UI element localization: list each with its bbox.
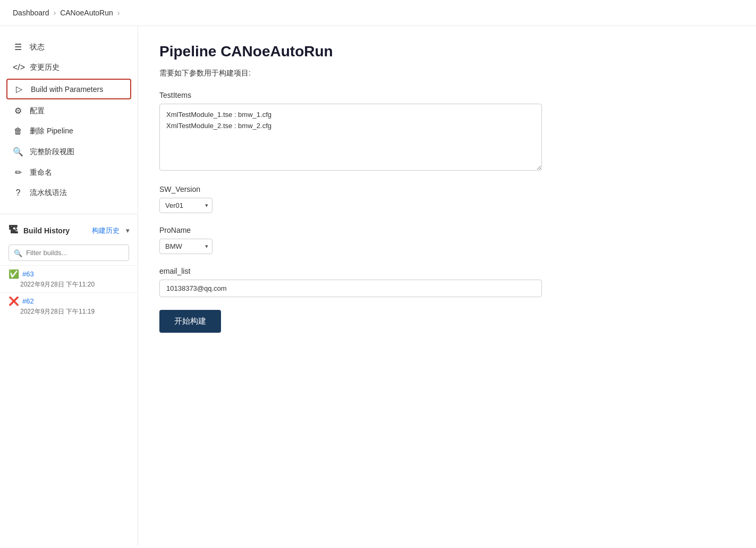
filter-input-wrap: 🔍	[0, 240, 138, 265]
list-icon: ☰	[13, 42, 23, 52]
sw-version-select-wrap: Ver01 Ver02 Ver03	[159, 198, 213, 213]
build-63-link[interactable]: ✅ #63	[9, 269, 129, 279]
build-63-date: 2022年9月28日 下午11:20	[9, 280, 129, 289]
sidebar-item-config[interactable]: ⚙ 配置	[0, 100, 138, 121]
form-group-sw-version: SW_Version Ver01 Ver02 Ver03	[159, 185, 735, 213]
pro-name-select-wrap: BMW Audi Mercedes	[159, 239, 213, 254]
sidebar-item-delete-pipeline-label: 删除 Pipeline	[30, 127, 73, 136]
build-history-icon: 🏗	[9, 225, 18, 236]
sidebar-item-change-history[interactable]: </> 变更历史	[0, 57, 138, 78]
build-history-title: Build History	[23, 226, 87, 235]
sidebar-item-change-history-label: 变更历史	[30, 63, 60, 72]
form-group-test-items: TestItems XmlTestModule_1.tse : bmw_1.cf…	[159, 91, 735, 172]
form-group-pro-name: ProName BMW Audi Mercedes	[159, 226, 735, 254]
build-history-header: 🏗 Build History 构建历史 ▾	[0, 221, 138, 240]
gear-icon: ⚙	[13, 106, 23, 116]
sw-version-select[interactable]: Ver01 Ver02 Ver03	[159, 198, 213, 213]
breadcrumb-canoeautorun[interactable]: CANoeAutoRun	[60, 9, 113, 17]
sidebar-item-full-stage-view[interactable]: 🔍 完整阶段视图	[0, 141, 138, 162]
breadcrumb-sep-1: ›	[54, 9, 56, 17]
submit-build-button[interactable]: 开始构建	[159, 310, 221, 333]
sidebar-item-full-stage-view-label: 完整阶段视图	[30, 147, 74, 157]
trash-icon: 🗑	[13, 127, 23, 136]
sidebar-item-config-label: 配置	[30, 106, 45, 116]
build-history-link[interactable]: 构建历史	[92, 226, 120, 235]
play-icon: ▷	[14, 84, 24, 94]
sidebar-item-status[interactable]: ☰ 状态	[0, 37, 138, 57]
main-content: Pipeline CANoeAutoRun 需要如下参数用于构建项目: Test…	[138, 26, 756, 546]
pro-name-label: ProName	[159, 226, 735, 234]
sidebar-item-build-with-parameters[interactable]: ▷ Build with Parameters	[6, 79, 131, 99]
breadcrumb: Dashboard › CANoeAutoRun ›	[0, 0, 756, 26]
sidebar-item-status-label: 状态	[30, 43, 45, 52]
breadcrumb-dashboard[interactable]: Dashboard	[13, 9, 49, 17]
main-layout: ☰ 状态 </> 变更历史 ▷ Build with Parameters ⚙ …	[0, 26, 756, 546]
form-subtitle: 需要如下参数用于构建项目:	[159, 69, 735, 78]
email-list-label: email_list	[159, 267, 735, 275]
email-list-input[interactable]	[159, 280, 542, 297]
build-success-icon: ✅	[9, 269, 19, 279]
pro-name-select[interactable]: BMW Audi Mercedes	[159, 239, 213, 254]
filter-builds-input[interactable]	[9, 245, 129, 261]
build-item-63: ✅ #63 2022年9月28日 下午11:20	[0, 265, 138, 292]
search-icon: 🔍	[13, 147, 23, 157]
build-62-link[interactable]: ❌ #62	[9, 296, 129, 306]
build-item-62: ❌ #62 2022年9月28日 下午11:19	[0, 292, 138, 319]
test-items-label: TestItems	[159, 91, 735, 99]
sidebar-item-delete-pipeline[interactable]: 🗑 删除 Pipeline	[0, 121, 138, 141]
build-failure-icon: ❌	[9, 296, 19, 306]
sidebar-item-rename-label: 重命名	[30, 168, 52, 178]
test-items-textarea[interactable]: XmlTestModule_1.tse : bmw_1.cfg XmlTestM…	[159, 104, 542, 171]
question-icon: ?	[13, 188, 23, 198]
build-62-date: 2022年9月28日 下午11:19	[9, 307, 129, 316]
form-group-email-list: email_list	[159, 267, 735, 297]
page-title: Pipeline CANoeAutoRun	[159, 43, 735, 60]
chevron-down-icon: ▾	[126, 227, 129, 234]
sidebar-item-rename[interactable]: ✏ 重命名	[0, 162, 138, 183]
pencil-icon: ✏	[13, 167, 23, 178]
build-63-number: #63	[22, 270, 34, 278]
sw-version-label: SW_Version	[159, 185, 735, 193]
filter-search-icon: 🔍	[14, 249, 22, 257]
sidebar-item-build-with-parameters-label: Build with Parameters	[31, 85, 103, 94]
sidebar-item-pipeline-syntax-label: 流水线语法	[30, 188, 67, 198]
sidebar: ☰ 状态 </> 变更历史 ▷ Build with Parameters ⚙ …	[0, 26, 138, 546]
sidebar-item-pipeline-syntax[interactable]: ? 流水线语法	[0, 183, 138, 203]
build-history-section: 🏗 Build History 构建历史 ▾ 🔍 ✅ #63 2022年9月28…	[0, 214, 138, 319]
code-icon: </>	[13, 63, 23, 72]
build-62-number: #62	[22, 297, 34, 305]
breadcrumb-sep-2: ›	[117, 9, 120, 17]
